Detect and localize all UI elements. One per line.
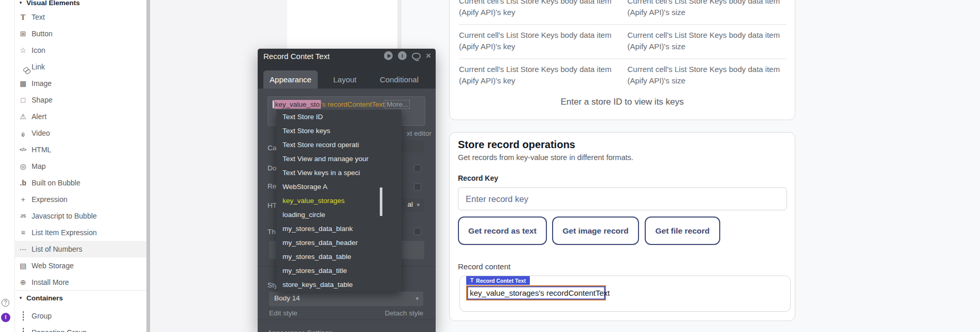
detach-style-link[interactable]: Detach style (385, 309, 423, 317)
style-select[interactable]: Body 14 ▾ (269, 292, 423, 306)
panel-divider (258, 320, 436, 320)
sidebar-item-link[interactable]: Link (15, 59, 146, 75)
row-label-re: Re (268, 182, 276, 190)
tab-conditional[interactable]: Conditional (372, 70, 426, 89)
dropdown-option[interactable]: Text Store record operati (276, 138, 402, 152)
edit-style-link[interactable]: Edit style (269, 309, 298, 317)
dropdown-option[interactable]: Text View keys in a speci (276, 166, 402, 180)
dropdown-option[interactable]: Text Store keys (276, 124, 402, 138)
style-select-value: Body 14 (274, 294, 300, 302)
do-row-checkbox[interactable] (414, 165, 421, 172)
store-keys-card: Current cell's List Store Keys body data… (449, 0, 795, 120)
sidebar-item-alert[interactable]: ⚠Alert (15, 108, 146, 125)
expression-token[interactable]: key_value_sto (274, 100, 321, 109)
sidebar-item-group[interactable]: Group (15, 308, 146, 324)
record-key-input[interactable] (458, 187, 787, 210)
sidebar-item-map[interactable]: ◎Map (15, 158, 146, 175)
size-cell[interactable]: Current cell's List Store Keys body data… (628, 0, 787, 18)
chevron-down-icon: ▼ (19, 1, 23, 5)
store-record-operations-card: Store record operations Get records from… (449, 132, 795, 321)
chevron-down-icon: ▼ (19, 296, 23, 300)
dropdown-scrollbar[interactable] (380, 187, 382, 216)
get-image-record-button[interactable]: Get image record (552, 216, 639, 245)
sidebar-item-icon[interactable]: ☆Icon (15, 42, 146, 59)
sidebar-item-install-more[interactable]: ⊕Install More (15, 274, 146, 291)
sidebar-item-video[interactable]: ▸Video (15, 125, 146, 141)
repeating-group-icon (19, 328, 27, 332)
video-icon: ▸ (19, 129, 27, 138)
sidebar-item-repeating-group[interactable]: Repeating Group (15, 324, 146, 332)
elements-sidebar: ▼ Visual Elements TText ⊞Button ☆Icon Li… (15, 0, 146, 332)
tab-layout[interactable]: Layout (318, 70, 372, 89)
sidebar-item-web-storage[interactable]: ▤Web Storage (15, 257, 146, 274)
key-row[interactable]: Current cell's List Store Keys body data… (459, 0, 786, 18)
sidebar-item-text[interactable]: TText (15, 9, 146, 25)
sidebar-item-list-of-numbers[interactable]: ⋯List of Numbers (15, 241, 146, 257)
get-record-as-text-button[interactable]: Get record as text (458, 216, 547, 245)
clipboard-icon: ≡ (19, 228, 27, 237)
chat-icon[interactable] (412, 53, 421, 60)
more-link[interactable]: More... (385, 100, 410, 109)
sidebar-item-button[interactable]: ⊞Button (15, 25, 146, 42)
sidebar-item-list-item-expression[interactable]: ≡List Item Expression (15, 224, 146, 241)
text-icon: T (19, 13, 27, 22)
ellipsis-icon: ⋯ (19, 245, 27, 254)
sidebar-item-expression[interactable]: +Expression (15, 191, 146, 208)
key-cell[interactable]: Current cell's List Store Keys body data… (459, 30, 618, 52)
panel-header[interactable]: Record Contet Text i × (258, 49, 436, 63)
property-editor-panel: Record Contet Text i × Appearance Layout… (258, 49, 436, 332)
key-cell[interactable]: Current cell's List Store Keys body data… (459, 0, 618, 18)
selected-text-element[interactable]: key_value_storages's recordContentText (466, 285, 606, 300)
bubble-icon: .b (19, 179, 27, 187)
storage-icon: ▤ (19, 262, 27, 270)
chevron-down-icon: ▾ (415, 295, 419, 302)
tab-appearance[interactable]: Appearance (263, 70, 318, 89)
sidebar-item-image[interactable]: ▦Image (15, 75, 146, 92)
dropdown-option[interactable]: my_stores_data_title (276, 264, 402, 278)
group-icon (19, 312, 27, 321)
key-row[interactable]: Current cell's List Store Keys body data… (459, 64, 786, 86)
sidebar-item-html[interactable]: </>HTML (15, 141, 146, 158)
expression-rest[interactable]: 's recordContentText (321, 100, 384, 108)
key-row[interactable]: Current cell's List Store Keys body data… (459, 30, 786, 52)
dropdown-option[interactable]: loading_circle (276, 208, 402, 222)
size-cell[interactable]: Current cell's List Store Keys body data… (628, 30, 787, 52)
sidebar-item-built-on-bubble[interactable]: .bBuilt on Bubble (15, 175, 146, 191)
close-icon[interactable]: × (426, 51, 431, 60)
info-icon[interactable]: i (398, 51, 407, 60)
record-key-label: Record Key (458, 174, 498, 182)
image-icon: ▦ (19, 79, 27, 88)
text-editor-link[interactable]: xt editor (407, 129, 432, 137)
section-label: Visual Elements (26, 0, 80, 7)
play-icon[interactable] (384, 51, 393, 60)
dropdown-option[interactable]: WebStorage A (276, 180, 402, 194)
install-more-icon: ⊕ (19, 278, 27, 287)
star-icon: ☆ (19, 46, 27, 55)
dropdown-option[interactable]: Text Store ID (276, 110, 402, 124)
sidebar-scrollbar[interactable] (146, 0, 150, 332)
card-title: Store record operations (458, 139, 575, 151)
sidebar-item-javascript-to-bubble[interactable]: JSJavascript to Bubble (15, 208, 146, 224)
section-containers[interactable]: ▼ Containers (19, 294, 63, 302)
dropdown-option-highlighted[interactable]: key_value_storages (276, 194, 402, 208)
dropdown-option[interactable]: Text View and manage your (276, 152, 402, 166)
dropdown-option[interactable]: my_stores_data_table (276, 250, 402, 264)
sidebar-item-shape[interactable]: □Shape (15, 92, 146, 108)
size-cell[interactable]: Current cell's List Store Keys body data… (628, 64, 787, 86)
appearance-settings-header: Appearance Settings (268, 329, 332, 332)
key-cell[interactable]: Current cell's List Store Keys body data… (459, 64, 618, 86)
dropdown-option[interactable]: my_stores_data_header (276, 236, 402, 250)
dropdown-option[interactable]: store_keys_data_table (276, 278, 402, 292)
re-row-checkbox[interactable] (414, 183, 421, 191)
get-file-record-button[interactable]: Get file record (645, 216, 720, 245)
html-icon: </> (19, 146, 27, 154)
avatar[interactable]: I (1, 313, 10, 322)
shape-icon: □ (19, 96, 27, 105)
panel-tabbar: Appearance Layout Conditional (258, 63, 436, 89)
selected-element-badge: T Record Contet Text (466, 276, 530, 285)
section-visual-elements[interactable]: ▼ Visual Elements (19, 0, 80, 7)
help-icon[interactable]: ? (2, 299, 9, 307)
dropdown-option[interactable]: my_stores_data_blank (276, 222, 402, 236)
button-icon: ⊞ (19, 30, 27, 38)
th-row-checkbox[interactable] (414, 228, 421, 235)
